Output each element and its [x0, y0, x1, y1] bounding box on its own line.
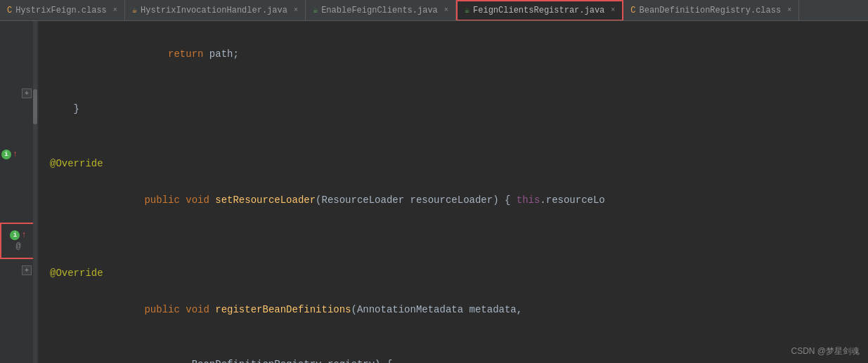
tab-label: EnableFeignClients.java [321, 6, 438, 15]
tab-label: FeignClientsRegistrar.java [473, 6, 604, 15]
java-icon: ☕ [132, 5, 137, 15]
editor-window: C HystrixFeign.class × ☕ HystrixInvocati… [0, 0, 868, 363]
tab-label: HystrixInvocationHandler.java [141, 6, 287, 15]
code-line-override1: @Override [50, 154, 868, 173]
java-icon: ☕ [465, 5, 469, 15]
tab-enable-feign[interactable]: ☕ EnableFeignClients.java × [306, 0, 456, 21]
code-line-override2: @Override [50, 264, 868, 282]
tab-close-icon[interactable]: × [294, 6, 298, 14]
editor-body: i ↑ i ↑ @ + + [0, 21, 868, 363]
up-arrow-icon: ↑ [13, 150, 18, 159]
code-line-registerbean: public void registerBeanDefinitions(Anno… [50, 282, 868, 337]
java-icon: ☕ [313, 5, 318, 15]
tab-close-icon[interactable]: × [444, 6, 448, 14]
impl-icon2: i [10, 230, 20, 240]
expand-icon[interactable]: + [22, 88, 32, 98]
code-line [50, 81, 868, 100]
scrollbar-thumb[interactable] [33, 89, 37, 124]
class-icon: C [7, 6, 12, 15]
tab-bar: C HystrixFeign.class × ☕ HystrixInvocati… [0, 0, 868, 21]
watermark: CSDN @梦星剑魂 [791, 345, 860, 357]
at-icon: @ [15, 242, 20, 251]
tab-label: HystrixFeign.class [15, 6, 107, 15]
code-lines: return path; } @Override [39, 21, 868, 363]
tab-bean-definition[interactable]: C BeanDefinitionRegistry.class × [623, 0, 799, 21]
tab-label: BeanDefinitionRegistry.class [640, 6, 782, 15]
expand-icon2[interactable]: + [22, 265, 32, 275]
code-line [50, 136, 868, 154]
tab-close-icon[interactable]: × [611, 6, 615, 14]
code-line-setresource: public void setResourceLoader(ResourceLo… [50, 173, 868, 227]
class-icon: C [630, 6, 635, 15]
tab-close-icon[interactable]: × [113, 6, 117, 14]
tab-feign-registrar[interactable]: ☕ FeignClientsRegistrar.java × [456, 0, 623, 21]
up-arrow-icon2: ↑ [21, 230, 26, 240]
code-area: return path; } @Override [39, 21, 868, 363]
code-line: return path; [50, 27, 868, 81]
impl-icon: i [1, 150, 11, 159]
code-line [50, 118, 868, 136]
code-line: } [50, 100, 868, 118]
gutter: i ↑ i ↑ @ + + [0, 21, 39, 363]
code-line-registry: BeanDefinitionRegistry registry) { [50, 337, 868, 363]
tab-hystrix-invocation[interactable]: ☕ HystrixInvocationHandler.java × [125, 0, 306, 21]
gutter-icon-row-setresource: i ↑ [1, 150, 18, 159]
tab-close-icon[interactable]: × [787, 6, 791, 14]
gutter-red-box: i ↑ @ [0, 223, 37, 259]
scrollbar-track[interactable] [33, 21, 37, 363]
code-line [50, 246, 868, 264]
tab-hystrix-feign[interactable]: C HystrixFeign.class × [0, 0, 125, 21]
code-line [50, 227, 868, 246]
